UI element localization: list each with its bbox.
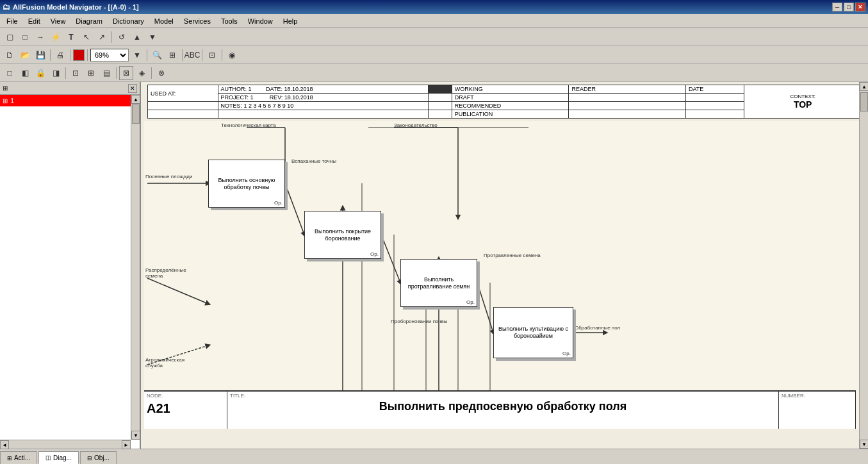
extra-btn-1[interactable]: □ xyxy=(3,66,17,80)
open-btn[interactable]: 📂 xyxy=(18,48,32,62)
label-raspred: Распределённые семена xyxy=(145,267,203,279)
panel-close-btn[interactable]: ✕ xyxy=(128,84,137,93)
publication-cell: PUBLICATION xyxy=(452,110,569,119)
node-section: NODE: A21 xyxy=(144,392,227,429)
menu-item-dictionary[interactable]: Dictionary xyxy=(108,16,149,26)
recommended-cell: RECOMMENDED xyxy=(452,102,569,110)
toolbar-sep-7 xyxy=(202,49,202,61)
toolbar-extra: □ ◧ 🔒 ◨ ⊡ ⊞ ▤ ⊠ ◈ ⊗ xyxy=(0,64,868,82)
menu-item-edit[interactable]: Edit xyxy=(23,16,45,26)
draft-cell: DRAFT xyxy=(452,94,569,102)
number-label: NUMBER: xyxy=(782,393,853,399)
menu-item-file[interactable]: File xyxy=(1,16,23,26)
idef-box-3[interactable]: Выполнить протравливание семян Ор. xyxy=(400,259,477,307)
box3-num: Ор. xyxy=(466,299,475,306)
author-value: 1 xyxy=(249,86,252,92)
extra-btn-2[interactable]: ◧ xyxy=(18,66,32,80)
titlebar: 🗂 AllFusion Model Navigator - [(A-0) - 1… xyxy=(0,0,868,14)
pointer-tool[interactable]: ↗ xyxy=(95,30,109,44)
menu-item-window[interactable]: Window xyxy=(243,16,278,26)
left-hscroll[interactable]: ◄ ► xyxy=(0,440,131,449)
toolbar-drawing: ▢ □ → ⚡ T ↖ ↗ ↺ ▲ ▼ xyxy=(0,28,868,46)
notes-values: 1 2 3 4 5 6 7 8 9 10 xyxy=(244,103,294,109)
cursor-tool[interactable]: ↖ xyxy=(79,30,94,44)
menu-item-services[interactable]: Services xyxy=(179,16,216,26)
menu-item-tools[interactable]: Tools xyxy=(216,16,243,26)
spell-btn[interactable]: ABC xyxy=(185,48,199,62)
label-vspah: Вспаханные точны xyxy=(291,158,349,164)
menu-item-diagram[interactable]: Diagram xyxy=(70,16,108,26)
extra-btn-5[interactable]: ⊡ xyxy=(69,66,83,80)
idef-box-2[interactable]: Выполнить покрытие боронование Ор. xyxy=(304,211,381,259)
titlebar-left: 🗂 AllFusion Model Navigator - [(A-0) - 1… xyxy=(3,3,139,12)
tree-item-icon: ⊞ xyxy=(3,97,8,104)
scroll-down[interactable]: ▼ xyxy=(131,431,140,440)
text-tool[interactable]: T xyxy=(64,30,78,44)
extra-btn-10[interactable]: ⊗ xyxy=(154,66,168,80)
close-button[interactable]: ✕ xyxy=(855,3,865,12)
arrow-tool[interactable]: → xyxy=(33,30,47,44)
toolbar-sep-3 xyxy=(70,49,70,61)
title-value: Выполнить предпосевную обработку поля xyxy=(230,400,776,413)
svg-line-7 xyxy=(285,183,304,235)
hscroll-left[interactable]: ◄ xyxy=(0,440,9,449)
tab-diagram-icon: ◫ xyxy=(45,454,51,461)
color-btn[interactable] xyxy=(73,49,85,61)
date4-cell xyxy=(686,110,744,119)
rev-value: 18.10.2018 xyxy=(284,94,313,101)
tab-activities[interactable]: ⊞ Acti... xyxy=(0,451,37,464)
extra-btn-8[interactable]: ⊠ xyxy=(119,66,133,80)
zoom-in-btn[interactable]: 🔍 xyxy=(150,48,164,62)
undo-tool[interactable]: ↺ xyxy=(115,30,129,44)
nav-btn[interactable]: ⊡ xyxy=(205,48,219,62)
view-btn[interactable]: ◉ xyxy=(225,48,239,62)
box1-num: Ор. xyxy=(274,200,283,206)
hscroll-right[interactable]: ► xyxy=(122,440,131,449)
save-btn[interactable]: 💾 xyxy=(33,48,47,62)
minimize-button[interactable]: ─ xyxy=(832,3,842,12)
fill-tool[interactable]: ▲ xyxy=(130,30,144,44)
diagram-vscroll[interactable]: ▲ ▼ xyxy=(859,82,868,449)
label-protravl: Протравленные семена xyxy=(484,253,548,258)
menu-item-model[interactable]: Model xyxy=(149,16,179,26)
rectangle-tool[interactable]: □ xyxy=(18,30,32,44)
print-btn[interactable]: 🖨 xyxy=(53,48,67,62)
new-btn[interactable]: 🗋 xyxy=(3,48,17,62)
extra-btn-7[interactable]: ▤ xyxy=(99,66,113,80)
select-tool[interactable]: ▢ xyxy=(3,30,17,44)
used-at-label: USED AT: xyxy=(151,90,176,97)
menu-item-view[interactable]: View xyxy=(45,16,71,26)
panel-icon: ⊞ xyxy=(3,85,8,92)
left-vscroll[interactable]: ▲ ▼ xyxy=(131,95,140,440)
titlebar-controls: ─ □ ✕ xyxy=(832,3,865,12)
tab-diagram[interactable]: ◫ Diag... xyxy=(38,451,79,464)
vscroll-up[interactable]: ▲ xyxy=(860,82,868,91)
zoom-down[interactable]: ▼ xyxy=(130,48,144,62)
tree-item[interactable]: ⊞ 1 xyxy=(0,95,140,106)
scroll-up[interactable]: ▲ xyxy=(131,95,140,104)
lightning-tool[interactable]: ⚡ xyxy=(49,30,63,44)
extra-btn-6[interactable]: ⊞ xyxy=(84,66,98,80)
tab-activities-icon: ⊞ xyxy=(7,455,12,461)
extra-btn-4[interactable]: ◨ xyxy=(49,66,63,80)
extra-btn-3[interactable]: 🔒 xyxy=(33,66,47,80)
tab-objects[interactable]: ⊟ Obj... xyxy=(80,451,117,464)
fill2-tool[interactable]: ▼ xyxy=(145,30,160,44)
maximize-button[interactable]: □ xyxy=(844,3,854,12)
node-label: NODE: xyxy=(147,393,224,399)
working-cell: WORKING xyxy=(452,85,569,94)
idef-box-4[interactable]: Выполнить культивацию с бороновайием Ор. xyxy=(493,307,573,358)
title-box: NODE: A21 TITLE: Выполнить предпосевную … xyxy=(144,390,856,429)
scroll-thumb[interactable] xyxy=(132,104,140,124)
menu-item-help[interactable]: Help xyxy=(278,16,303,26)
zoom-fit-btn[interactable]: ⊞ xyxy=(165,48,179,62)
idef-box-1[interactable]: Выполнить основную обработку почвы Ор. xyxy=(208,160,285,208)
context-cell: CONTEXT: TOP xyxy=(744,85,862,119)
zoom-select[interactable]: 69% 50% 75% 100% xyxy=(90,49,129,62)
vscroll-thumb[interactable] xyxy=(860,92,868,112)
label-tech-karta: Технологическая карта xyxy=(221,122,276,128)
title-section: TITLE: Выполнить предпосевную обработку … xyxy=(227,392,779,429)
extra-btn-9[interactable]: ◈ xyxy=(135,66,149,80)
notes-label: NOTES: xyxy=(221,103,243,109)
vscroll-down[interactable]: ▼ xyxy=(860,440,868,449)
